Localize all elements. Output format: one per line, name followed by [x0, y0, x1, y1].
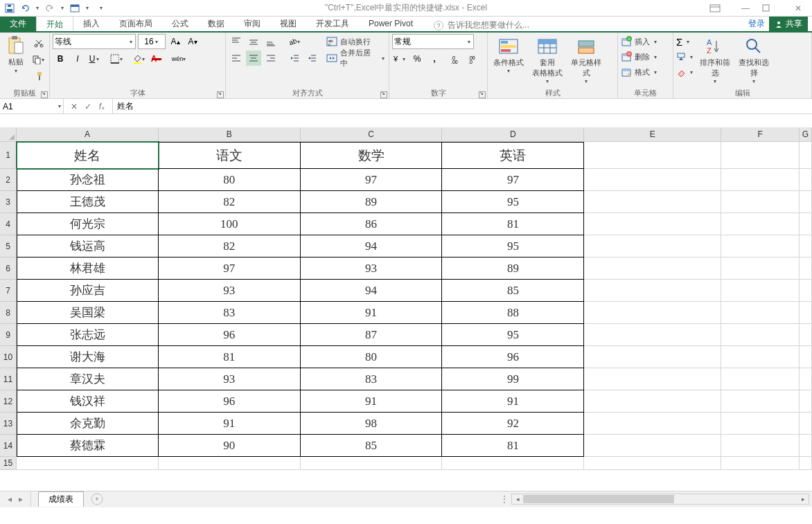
- row-header[interactable]: 13: [0, 413, 17, 435]
- login-link[interactable]: 登录: [748, 18, 765, 30]
- cell[interactable]: [159, 457, 301, 470]
- cell[interactable]: 姓名: [17, 142, 159, 169]
- align-right-button[interactable]: [263, 51, 279, 66]
- cell[interactable]: [584, 457, 721, 470]
- cell[interactable]: [721, 142, 800, 169]
- format-cells-button[interactable]: 格式▾: [621, 64, 658, 80]
- cell[interactable]: [584, 191, 721, 213]
- number-launcher[interactable]: [479, 91, 486, 98]
- tab-view[interactable]: 视图: [270, 15, 306, 31]
- cell[interactable]: 何光宗: [17, 213, 159, 235]
- decrease-decimal-button[interactable]: .00.0: [466, 51, 481, 66]
- sort-filter-button[interactable]: AZ 排序和筛选▾: [697, 34, 733, 86]
- bold-button[interactable]: B: [53, 51, 68, 66]
- cell[interactable]: [800, 368, 812, 390]
- insert-cells-button[interactable]: +插入▾: [621, 34, 658, 49]
- cell[interactable]: 96: [442, 346, 584, 368]
- cell[interactable]: 83: [159, 302, 301, 324]
- cell[interactable]: [17, 457, 159, 470]
- cell[interactable]: 100: [159, 213, 301, 235]
- wrap-text-button[interactable]: abc 自动换行: [326, 34, 386, 49]
- cell[interactable]: [800, 390, 812, 413]
- cell[interactable]: [800, 457, 812, 470]
- merge-center-button[interactable]: 合并后居中 ▾: [326, 51, 386, 66]
- cell[interactable]: 91: [301, 390, 443, 413]
- cell[interactable]: 英语: [442, 142, 584, 169]
- paste-button[interactable]: 粘贴 ▾: [3, 34, 28, 75]
- cell[interactable]: 95: [442, 235, 584, 258]
- cell[interactable]: [442, 457, 584, 470]
- cell[interactable]: 97: [159, 258, 301, 280]
- fill-button[interactable]: ▾: [676, 49, 694, 64]
- cell[interactable]: 谢大海: [17, 346, 159, 368]
- font-name-select[interactable]: 等线▾: [53, 34, 136, 49]
- cell[interactable]: [721, 346, 800, 368]
- row-header[interactable]: 9: [0, 324, 17, 346]
- column-header-E[interactable]: E: [584, 127, 721, 141]
- cell[interactable]: 93: [159, 280, 301, 302]
- cell[interactable]: [721, 302, 800, 324]
- confirm-entry-button[interactable]: ✓: [82, 102, 94, 111]
- cancel-entry-button[interactable]: ✕: [68, 102, 80, 111]
- cell[interactable]: [800, 258, 812, 280]
- delete-cells-button[interactable]: ×删除▾: [621, 49, 658, 64]
- cell[interactable]: [584, 235, 721, 258]
- column-header-G[interactable]: G: [800, 127, 812, 141]
- copy-button[interactable]: ▾: [31, 52, 46, 67]
- row-header[interactable]: 8: [0, 302, 17, 324]
- cell[interactable]: [584, 142, 721, 169]
- column-header-D[interactable]: D: [442, 127, 584, 141]
- autosum-button[interactable]: Σ▾: [676, 34, 694, 49]
- cell[interactable]: [584, 413, 721, 435]
- cut-button[interactable]: [31, 35, 46, 51]
- font-color-button[interactable]: A▾: [149, 51, 164, 66]
- cell[interactable]: 88: [442, 302, 584, 324]
- row-header[interactable]: 14: [0, 435, 17, 457]
- cell[interactable]: 90: [159, 435, 301, 457]
- tab-home[interactable]: 开始: [36, 15, 73, 31]
- cell[interactable]: 王德茂: [17, 191, 159, 213]
- horizontal-scrollbar[interactable]: ◂ ▸: [511, 494, 809, 505]
- cell[interactable]: 钱运高: [17, 235, 159, 258]
- row-header[interactable]: 3: [0, 191, 17, 213]
- cell[interactable]: 82: [159, 191, 301, 213]
- increase-decimal-button[interactable]: .0.00: [448, 51, 464, 66]
- sheet-nav-prev[interactable]: ▸: [15, 494, 26, 504]
- cell[interactable]: [800, 280, 812, 302]
- cell[interactable]: 95: [442, 191, 584, 213]
- decrease-indent-button[interactable]: [287, 51, 302, 66]
- cell[interactable]: [800, 169, 812, 191]
- phonetic-button[interactable]: wén▾: [171, 51, 186, 66]
- decrease-font-button[interactable]: A▾: [185, 34, 200, 49]
- share-button[interactable]: 共享: [769, 17, 808, 31]
- column-header-F[interactable]: F: [721, 127, 800, 141]
- font-launcher[interactable]: [217, 91, 224, 98]
- cell[interactable]: 92: [442, 413, 584, 435]
- cell[interactable]: 96: [159, 390, 301, 413]
- cell[interactable]: 91: [442, 390, 584, 413]
- redo-icon[interactable]: [44, 3, 55, 14]
- italic-button[interactable]: I: [70, 51, 85, 66]
- cell[interactable]: [721, 390, 800, 413]
- increase-font-button[interactable]: A▴: [168, 34, 183, 49]
- cell[interactable]: 95: [442, 324, 584, 346]
- redo-dropdown[interactable]: ▾: [60, 5, 65, 11]
- row-header[interactable]: 11: [0, 368, 17, 390]
- worksheet-grid[interactable]: ABCDEFG 1姓名语文数学英语2孙念祖8097973王德茂8289954何光…: [0, 127, 812, 491]
- cell[interactable]: 林君雄: [17, 258, 159, 280]
- cell[interactable]: [301, 457, 443, 470]
- cell[interactable]: [800, 235, 812, 258]
- cell[interactable]: 孙念祖: [17, 169, 159, 191]
- select-all-corner[interactable]: [0, 127, 17, 141]
- cell[interactable]: 83: [301, 368, 443, 390]
- number-format-select[interactable]: 常规▾: [392, 34, 474, 49]
- name-box-input[interactable]: [3, 102, 51, 111]
- clear-button[interactable]: ▾: [676, 64, 694, 80]
- screenshot-dropdown[interactable]: ▾: [85, 5, 90, 11]
- cell[interactable]: 80: [301, 346, 443, 368]
- currency-button[interactable]: ¥▾: [392, 51, 407, 66]
- name-box-dropdown[interactable]: ▾: [58, 103, 61, 109]
- close-button[interactable]: ✕: [788, 3, 808, 13]
- cell[interactable]: [721, 169, 800, 191]
- screenshot-icon[interactable]: [69, 3, 80, 14]
